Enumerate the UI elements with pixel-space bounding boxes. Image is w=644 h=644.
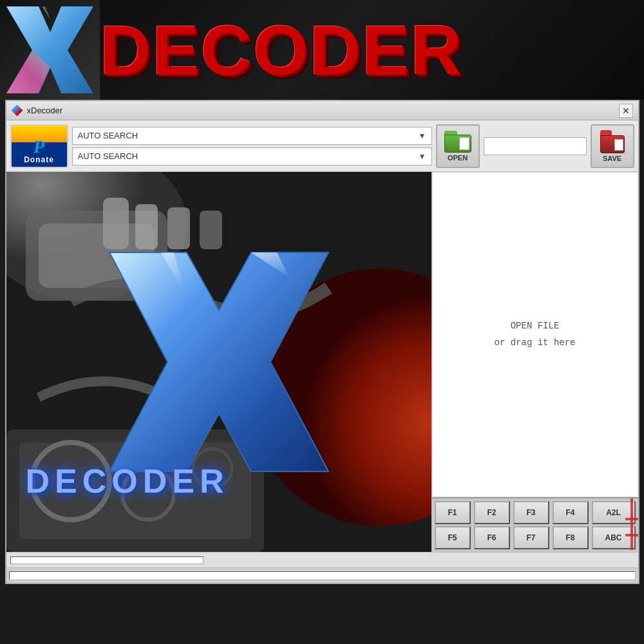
chevron-down-icon: ▼ [419, 131, 426, 140]
splash-decoder-text: DECODER [26, 462, 229, 500]
window-title: xDecoder [27, 106, 63, 115]
right-panel: OPEN FILE or drag it here F1 F2 F3 F4 [431, 172, 638, 552]
filename-input[interactable] [484, 137, 587, 155]
decoder-banner-text: DECODER [100, 15, 463, 86]
svg-rect-21 [630, 498, 633, 550]
splash-panel: DECODER [6, 172, 431, 552]
title-bar: xDecoder ✕ [6, 101, 638, 120]
horizontal-scrollbar[interactable] [9, 571, 636, 580]
fn-grid: F1 F2 F3 F4 A2L F5 F6 F7 F8 ABC [435, 501, 636, 549]
f5-button[interactable]: F5 [435, 526, 471, 549]
donate-label: Donate [24, 155, 54, 164]
open-label: OPEN [448, 154, 468, 162]
bottom-scrollbar[interactable] [6, 567, 638, 583]
drop-zone-text: OPEN FILE or drag it here [494, 318, 575, 350]
donate-button[interactable]: P Donate [10, 124, 68, 168]
dropdown-2[interactable]: AUTO SEARCH ▼ [72, 147, 432, 166]
dropdown-1[interactable]: AUTO SEARCH ▼ [72, 127, 432, 145]
f1-button[interactable]: F1 [435, 501, 471, 524]
f4-button[interactable]: F4 [553, 501, 589, 524]
svg-marker-18 [109, 252, 328, 471]
main-content: DECODER OPEN FILE or drag it here [6, 172, 638, 552]
fn-buttons-area: F1 F2 F3 F4 A2L F5 F6 F7 F8 ABC [432, 497, 638, 552]
banner: DECODER [0, 0, 644, 100]
x-logo-banner [0, 0, 100, 100]
status-bar [6, 552, 638, 567]
open-folder-icon [444, 131, 471, 153]
svg-rect-23 [625, 534, 638, 536]
progress-bar [10, 556, 204, 564]
dropdowns-container: AUTO SEARCH ▼ AUTO SEARCH ▼ [72, 127, 432, 166]
save-folder-icon [600, 130, 625, 153]
drop-zone[interactable]: OPEN FILE or drag it here [432, 172, 638, 497]
save-label: SAVE [603, 155, 621, 162]
f8-button[interactable]: F8 [553, 526, 589, 549]
app-icon [12, 105, 23, 117]
open-button[interactable]: OPEN [436, 124, 480, 168]
toolbar: P Donate AUTO SEARCH ▼ AUTO SEARCH ▼ OPE… [6, 120, 638, 172]
chevron-down-icon-2: ▼ [419, 152, 426, 161]
splash-x-logo [97, 240, 341, 484]
paypal-icon: P [33, 138, 44, 155]
app-window: xDecoder ✕ P Donate AUTO SEARCH ▼ AUTO S… [5, 100, 639, 584]
svg-rect-22 [625, 518, 638, 520]
f2-button[interactable]: F2 [474, 501, 510, 524]
f6-button[interactable]: F6 [474, 526, 510, 549]
f3-button[interactable]: F3 [513, 501, 549, 524]
f7-button[interactable]: F7 [513, 526, 549, 549]
close-button[interactable]: ✕ [619, 104, 633, 118]
save-button[interactable]: SAVE [591, 124, 634, 168]
